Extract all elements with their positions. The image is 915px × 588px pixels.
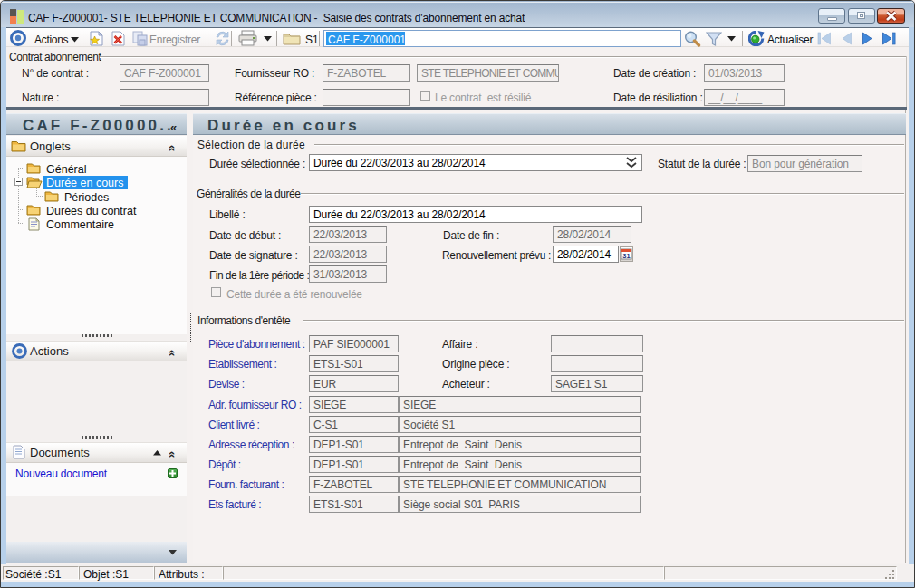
svg-text:31: 31 xyxy=(622,252,630,260)
